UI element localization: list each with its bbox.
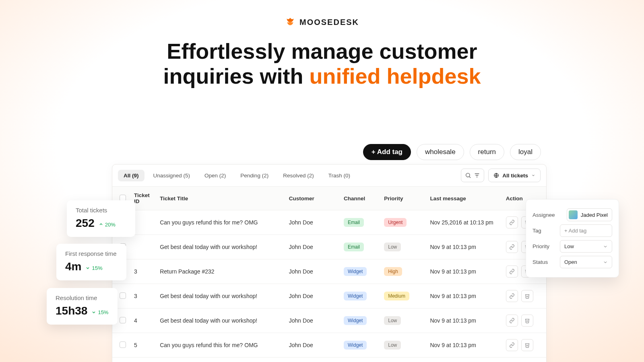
arrow-down-icon (85, 265, 90, 270)
row-checkbox[interactable] (120, 317, 126, 323)
headline-line2a: inquiries with (163, 64, 309, 88)
cell-last-message: Nov 9 at 10:13 pm (426, 284, 502, 309)
cell-actions (502, 333, 546, 358)
table-row[interactable]: Get best deal today with our workshop!Jo… (112, 235, 546, 259)
tagbar: + Add tag wholesale return loyal (363, 144, 541, 160)
table-row[interactable]: 6Can you guys refund this for me? OMGJoh… (112, 358, 546, 362)
copy-link-button[interactable] (506, 315, 518, 327)
tabs: All (9) Unassigned (5) Open (2) Pending … (118, 170, 461, 181)
cell-priority: Low (380, 235, 426, 259)
tab-pending[interactable]: Pending (2) (235, 170, 274, 181)
cell-priority: Medium (380, 284, 426, 309)
cell-title: Get best deal today with our workshop! (156, 235, 285, 259)
kpi-first-response: First response time 4m 15% (56, 244, 126, 280)
cell-actions (502, 358, 546, 362)
table-row[interactable]: 3Return Package #232John DoeWidgetHighNo… (112, 259, 546, 284)
kpi-label: Resolution time (56, 294, 109, 301)
priority-badge: Low (384, 341, 401, 350)
delete-button[interactable] (521, 290, 533, 302)
cell-title: Get best deal today with our workshop! (156, 309, 285, 333)
table-row[interactable]: 3Get best deal today with our workshop!J… (112, 284, 546, 309)
brand-logo-icon (285, 17, 295, 27)
kpi-resolution-time: Resolution time 15h38 15% (47, 288, 118, 325)
tab-resolved[interactable]: Resolved (2) (277, 170, 320, 181)
col-title[interactable]: Ticket Title (156, 187, 285, 210)
status-value: Open (564, 259, 577, 265)
tab-open[interactable]: Open (2) (199, 170, 231, 181)
headline-line2: inquiries with unified helpdesk (0, 64, 644, 88)
cell-title: Can you guys refund this for me? OMG (156, 358, 285, 362)
cell-channel: Email (340, 358, 380, 362)
table-row[interactable]: Can you guys refund this for me? OMGJohn… (112, 210, 546, 235)
copy-link-button[interactable] (506, 339, 518, 351)
col-last[interactable]: Last message (426, 187, 502, 210)
brand-name: MOOSEDESK (299, 18, 359, 27)
row-checkbox[interactable] (120, 341, 126, 348)
kpi-delta: 15% (91, 309, 108, 315)
col-channel[interactable]: Channel (340, 187, 380, 210)
kpi-total-tickets: Total tickets 252 20% (67, 200, 135, 237)
cell-id (130, 235, 156, 259)
tab-unassigned[interactable]: Unassigned (5) (148, 170, 196, 181)
copy-link-button[interactable] (506, 216, 518, 228)
cell-last-message: Nov 9 at 10:13 pm (426, 235, 502, 259)
svg-point-0 (466, 173, 470, 177)
tab-trash[interactable]: Trash (0) (323, 170, 356, 181)
view-scope-dropdown[interactable]: All tickets (488, 169, 541, 182)
status-select[interactable]: Open (560, 256, 612, 268)
cell-id: 4 (130, 309, 156, 333)
cell-customer: John Doe (285, 309, 340, 333)
globe-icon (493, 173, 499, 178)
link-icon (509, 293, 515, 299)
tag-pill-return[interactable]: return (470, 144, 504, 160)
tag-label: Tag (533, 228, 541, 234)
row-checkbox[interactable] (120, 292, 126, 299)
col-customer[interactable]: Customer (285, 187, 340, 210)
headline-line1: Effortlessly manage customer (0, 39, 644, 64)
delete-button[interactable] (521, 339, 533, 351)
tag-pill-wholesale[interactable]: wholesale (417, 144, 464, 160)
copy-link-button[interactable] (506, 290, 518, 302)
add-tag-button[interactable]: + Add tag (363, 144, 411, 160)
cell-title: Can you guys refund this for me? OMG (156, 333, 285, 358)
channel-badge: Widget (344, 341, 367, 350)
cell-actions (502, 284, 546, 309)
cell-channel: Widget (340, 284, 380, 309)
table-row[interactable]: 5Can you guys refund this for me? OMGJoh… (112, 333, 546, 358)
brand: MOOSEDESK (285, 17, 359, 27)
table-row[interactable]: 4Get best deal today with our workshop!J… (112, 309, 546, 333)
delete-button[interactable] (521, 315, 533, 327)
cell-priority: Low (380, 309, 426, 333)
cell-title: Can you guys refund this for me? OMG (156, 210, 285, 235)
cell-customer: John Doe (285, 235, 340, 259)
priority-badge: Medium (384, 292, 409, 300)
priority-select[interactable]: Low (560, 240, 612, 253)
chevron-down-icon (531, 173, 535, 177)
tag-input[interactable]: + Add tag (560, 224, 612, 237)
copy-link-button[interactable] (506, 265, 518, 278)
assignee-chip[interactable]: Jaded Pixel (567, 208, 612, 221)
chevron-down-icon (603, 260, 608, 265)
search-filter-button[interactable] (461, 169, 484, 182)
trash-icon (524, 342, 530, 348)
cell-id: 3 (130, 284, 156, 309)
channel-badge: Email (344, 218, 364, 227)
cell-priority: Low (380, 333, 426, 358)
cell-channel: Email (340, 210, 380, 235)
link-icon (509, 244, 515, 250)
cell-channel: Widget (340, 259, 380, 284)
headline: Effortlessly manage customer inquiries w… (0, 39, 644, 88)
tag-pill-loyal[interactable]: loyal (510, 144, 541, 160)
cell-customer: John Doe (285, 284, 340, 309)
kpi-label: First response time (65, 250, 118, 257)
kpi-delta: 20% (99, 222, 116, 228)
copy-link-button[interactable] (506, 241, 518, 253)
cell-id: 6 (130, 358, 156, 362)
assignee-label: Assignee (533, 212, 555, 218)
trash-icon (524, 293, 530, 299)
tab-all[interactable]: All (9) (118, 170, 144, 181)
col-priority[interactable]: Priority (380, 187, 426, 210)
avatar (569, 210, 578, 219)
cell-channel: Widget (340, 309, 380, 333)
priority-badge: Low (384, 316, 401, 325)
